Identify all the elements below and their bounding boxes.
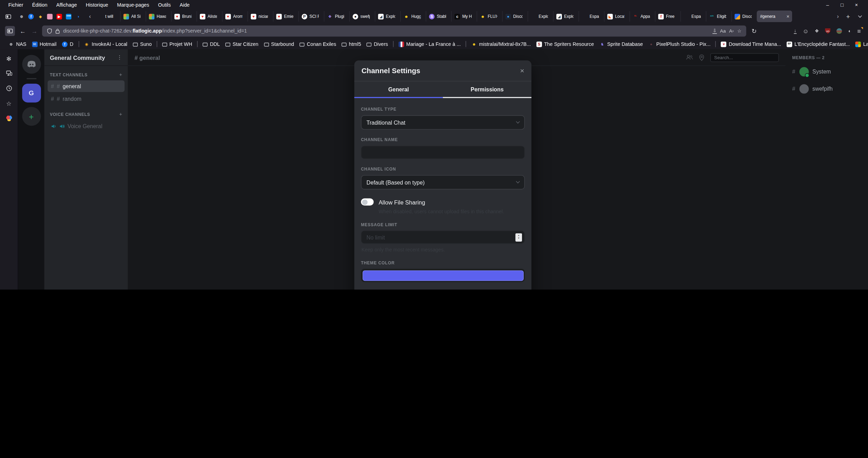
scroll-tabs-left-icon[interactable]: ‹ (86, 13, 94, 19)
channel-icon-select[interactable]: Default (Based on type) (361, 175, 525, 189)
menu-item[interactable]: Édition (28, 1, 51, 8)
channel-item[interactable]: # # random (48, 93, 125, 105)
browser-tab[interactable]: ◣ Locati (604, 11, 629, 22)
browser-tab[interactable]: t will (95, 11, 120, 22)
ublock-extension-icon[interactable]: UO (825, 28, 831, 34)
firefox-view-icon[interactable] (3, 11, 13, 21)
bookmark-item[interactable]: ● PixelPlush Studio - Pix... (646, 41, 713, 47)
translate-icon[interactable]: Aa (720, 28, 726, 34)
bookmark-item[interactable]: Starbound (261, 41, 297, 47)
browser-tab[interactable]: Espace clie (579, 11, 604, 22)
back-icon[interactable]: ← (19, 28, 27, 34)
browser-tab[interactable]: SL Appar (629, 11, 655, 22)
browser-tab[interactable]: P SCI RE (298, 11, 324, 22)
forward-icon[interactable]: → (30, 28, 38, 34)
menu-item[interactable]: Affichage (52, 1, 81, 8)
bookmark-item[interactable]: DDL (200, 41, 223, 47)
synced-tabs-icon[interactable] (6, 70, 12, 77)
pinned-tab-icon[interactable]: f (28, 14, 34, 19)
add-voice-channel-icon[interactable]: + (119, 111, 122, 117)
color-extension-icon[interactable]: ◐ (848, 28, 851, 34)
bookmark-item[interactable]: Star Citizen (223, 41, 261, 47)
lock-icon[interactable] (55, 28, 60, 34)
downloads-icon[interactable]: ↓ (794, 28, 797, 34)
browser-tab[interactable]: ● Discor (502, 11, 528, 22)
bookmark-item[interactable] (157, 41, 157, 47)
channel-type-select[interactable]: Traditional Chat (361, 115, 525, 130)
app-menu-icon[interactable]: ≡ (857, 28, 861, 34)
browser-tab[interactable]: ◢ Explor (553, 11, 579, 22)
browser-tab[interactable]: ❖ Plugin (324, 11, 350, 22)
tab-close-icon[interactable]: × (786, 14, 789, 19)
number-spinner[interactable]: ▴ ▾ (515, 233, 522, 241)
bookmark-item[interactable]: La connexion Wifi et E... (853, 41, 868, 47)
bookmark-item[interactable]: ⊕ NAS (6, 41, 29, 47)
reload-icon[interactable]: ↻ (750, 27, 758, 35)
bookmark-item[interactable]: ♞ Sprite Database (597, 41, 646, 47)
ai-chatbot-icon[interactable]: ✻ (6, 56, 12, 62)
translate-page-icon[interactable]: A▫ (729, 28, 734, 34)
list-tabs-icon[interactable] (855, 11, 865, 21)
browser-tab[interactable]: ☻ FLUX.2 (477, 11, 502, 22)
menu-item[interactable]: Historique (82, 1, 112, 8)
pinned-tab-icon[interactable]: ◆ (38, 14, 43, 19)
save-page-icon[interactable]: ⇩ (713, 28, 717, 34)
browser-tab[interactable]: Explor (528, 11, 553, 22)
sidebar-toggle-icon[interactable] (5, 26, 15, 36)
bookmark-item[interactable]: html5 (339, 41, 364, 47)
pinned-tab-icon[interactable]: ⊕ (19, 14, 24, 19)
discord-home-icon[interactable] (22, 55, 41, 74)
message-limit-input[interactable] (361, 230, 525, 244)
spinner-down-icon[interactable]: ▾ (518, 237, 520, 240)
browser-tab[interactable]: S Stable (426, 11, 451, 22)
browser-tab[interactable]: ♥ Aromy (222, 11, 248, 22)
account-icon[interactable]: ☺ (803, 28, 809, 34)
file-sharing-toggle[interactable] (361, 198, 374, 206)
bookmark-item[interactable]: ♥ Download Time Mana... (718, 41, 784, 47)
menu-item[interactable]: Outils (154, 1, 175, 8)
bookmark-item[interactable] (78, 41, 79, 47)
browser-tab[interactable]: All Siz (120, 11, 146, 22)
avatar-extension-icon[interactable] (837, 28, 842, 34)
bookmark-item[interactable]: Projet WH (160, 41, 195, 47)
browser-tab[interactable]: ◢ Explor (375, 11, 400, 22)
bookmark-item[interactable]: Conan Exiles (297, 41, 339, 47)
bookmark-item[interactable] (197, 41, 198, 47)
maximize-button[interactable]: □ (835, 2, 849, 8)
scroll-tabs-right-icon[interactable]: › (834, 13, 842, 19)
bookmark-item[interactable]: ✉ Hotmail (29, 41, 59, 47)
tab-permissions[interactable]: Permissions (443, 82, 531, 98)
menu-item[interactable]: Fichier (5, 1, 27, 8)
new-tab-button[interactable]: + (842, 13, 854, 20)
bookmark-item[interactable]: ◉ InvokeAI - Local (81, 41, 130, 47)
channel-name-input[interactable] (361, 146, 525, 159)
modal-close-icon[interactable]: × (520, 67, 524, 75)
pinned-tab-icon[interactable]: ◑ (75, 14, 81, 19)
add-server-button[interactable]: + (22, 107, 41, 126)
bookmark-item[interactable] (393, 41, 394, 47)
browser-tab[interactable]: c My Ha (451, 11, 477, 22)
menu-item[interactable]: Aide (176, 1, 193, 8)
server-menu-icon[interactable]: ⋮ (117, 54, 122, 60)
bookmark-item[interactable]: Suno (130, 41, 155, 47)
member-row[interactable]: # swefpifh (792, 84, 868, 94)
url-bar[interactable]: discord-like-php-chat-7262.dev.flatlogic… (42, 26, 746, 37)
pinned-tab-icon[interactable] (47, 14, 52, 19)
bookmarks-sidebar-icon[interactable]: ☆ (6, 101, 12, 107)
history-icon[interactable] (6, 85, 12, 93)
add-text-channel-icon[interactable]: + (119, 72, 122, 78)
members-toggle-icon[interactable] (686, 54, 693, 60)
theme-color-swatch[interactable] (362, 270, 523, 280)
browser-tab[interactable]: ♥ niciar (247, 11, 273, 22)
browser-tab[interactable]: Discor (731, 11, 757, 22)
browser-tab[interactable]: ☻ Huggi (400, 11, 426, 22)
server-icon-general-community[interactable]: G (22, 84, 41, 103)
theme-color-picker[interactable] (361, 269, 525, 282)
bookmark-item[interactable]: f D (59, 41, 76, 47)
bookmark-item[interactable]: Mariage - La France à ... (396, 41, 464, 47)
menu-item[interactable]: Marque-pages (113, 1, 153, 8)
browser-tab[interactable]: ♥ Bruni2 (171, 11, 197, 22)
pinned-tab-icon[interactable]: ▶ (56, 14, 62, 19)
pin-icon[interactable] (699, 54, 704, 61)
bookmark-item[interactable]: EF L'Encyclopédie Fantast... (784, 41, 853, 47)
